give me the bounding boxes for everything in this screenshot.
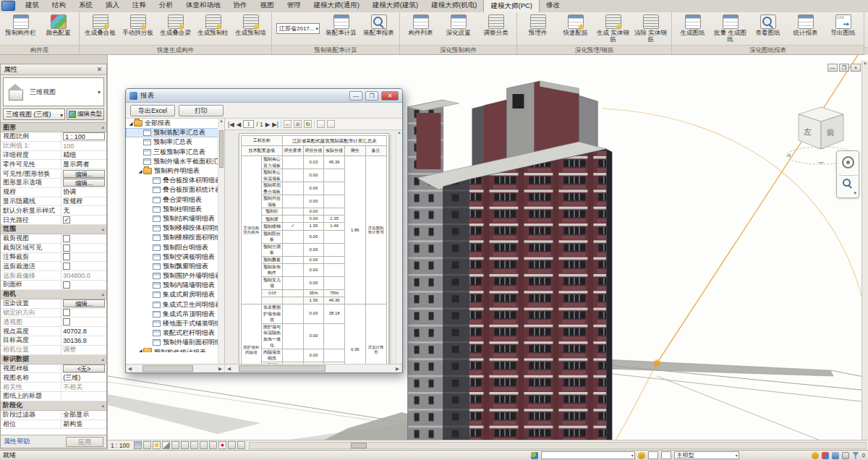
ribbon-tab[interactable]: 管理 — [281, 0, 307, 12]
minimize-icon[interactable]: — — [349, 91, 362, 101]
ribbon-button[interactable]: 批量 生成图纸 — [712, 14, 749, 43]
ribbon-button[interactable]: 查看图纸 — [749, 14, 786, 36]
view-selector-dropdown[interactable]: 三维视图 (三维) — [3, 108, 65, 120]
expand-icon[interactable]: ◢ — [128, 121, 134, 127]
value-field[interactable]: 100 — [63, 142, 74, 150]
ribbon-tab[interactable]: 体量和场地 — [179, 0, 227, 12]
tree-item[interactable]: 预制柱明细表 — [126, 205, 224, 214]
shadows-icon[interactable] — [162, 441, 170, 449]
checkbox[interactable] — [63, 253, 70, 260]
tree-item[interactable]: 预制结构墙明细表 — [126, 214, 224, 223]
design-option-icon[interactable] — [648, 451, 658, 459]
filter-icon[interactable] — [852, 452, 859, 459]
visual-style-icon[interactable] — [134, 441, 142, 449]
property-section-header[interactable]: 相机▴ — [1, 290, 106, 299]
tree-item[interactable]: 预制率汇总表 — [126, 137, 224, 147]
tree-item[interactable]: ◢预制构件统计报表 — [126, 348, 224, 352]
value-field[interactable]: 30136.8 — [63, 337, 87, 344]
ribbon-tab[interactable]: 协作 — [227, 0, 254, 12]
active-workset-dropdown[interactable] — [541, 451, 635, 459]
value-field[interactable]: 显示两者 — [63, 160, 89, 169]
ribbon-tab[interactable]: 注释 — [126, 0, 153, 12]
ribbon-tab[interactable]: 修改 — [540, 0, 566, 12]
ribbon-button[interactable]: 构件列表 — [402, 14, 439, 36]
chevron-down-icon[interactable]: ▾ — [854, 190, 856, 196]
value-field[interactable]: 无 — [63, 206, 69, 215]
prev-page-button[interactable]: ◀ — [237, 121, 242, 128]
ribbon-button[interactable]: 调整分类 — [477, 14, 514, 36]
value-field[interactable]: 调整 — [63, 346, 76, 354]
tree-item[interactable]: 集成式吊顶明细表 — [126, 310, 224, 319]
building-model[interactable] — [408, 81, 613, 447]
tree-item[interactable]: 预制外墙剖面积明细表 — [126, 338, 224, 347]
property-section-header[interactable]: 标识数据▴ — [1, 355, 106, 365]
constraints-icon[interactable] — [237, 441, 245, 449]
tree-item[interactable]: 楼地面干式铺装明细表 — [126, 319, 224, 328]
tree-item[interactable]: 集成式卫生间明细表 — [126, 300, 224, 310]
export-excel-button[interactable]: 导出Excel — [130, 105, 175, 116]
tree-horizontal-scrollbar[interactable]: ◀▶ — [126, 365, 225, 372]
checkbox[interactable] — [63, 318, 70, 325]
minimize-view-icon[interactable]: — — [827, 64, 838, 72]
type-selector[interactable]: 三维视图 ▾ — [3, 77, 104, 106]
apply-button[interactable]: 应用 — [66, 437, 103, 447]
value-field[interactable]: 不相关 — [63, 383, 82, 391]
ribbon-button[interactable]: 清除 实体钢筋 — [632, 14, 669, 43]
workset-icon[interactable] — [531, 452, 538, 459]
ribbon-button[interactable]: 预埋件 — [519, 14, 556, 36]
print-button[interactable]: 打印 — [179, 105, 224, 116]
property-section-header[interactable]: 图形▴ — [1, 123, 106, 132]
checkbox[interactable] — [63, 263, 70, 270]
close-view-icon[interactable]: × — [851, 64, 861, 72]
value-field[interactable]: 304800.0 — [63, 272, 90, 279]
ribbon-button[interactable]: 导出图纸 — [825, 14, 861, 36]
ribbon-button[interactable]: 统计报表 — [787, 14, 824, 36]
tree-item[interactable]: 叠合板按体积明细表 — [126, 176, 224, 185]
page-layout-icon[interactable] — [317, 120, 325, 128]
checkbox[interactable] — [63, 244, 70, 252]
value-field[interactable]: 新构造 — [63, 420, 82, 429]
ribbon-button[interactable]: 生成 实体钢筋 — [595, 14, 631, 43]
property-section-header[interactable]: 阶段化▴ — [1, 401, 106, 411]
viewer-horizontal-scrollbar[interactable]: ◀▶ — [225, 365, 402, 372]
canvas-vertical-scrollbar[interactable]: ▲ — [861, 61, 868, 440]
detail-level-icon[interactable] — [143, 441, 151, 449]
value-field[interactable]: (三维) — [63, 373, 80, 382]
value-field[interactable]: 精细 — [63, 151, 76, 160]
checkbox[interactable] — [63, 235, 70, 242]
tree-vertical-scrollbar[interactable]: ▲ — [218, 119, 224, 364]
last-page-button[interactable]: ▶| — [272, 121, 278, 128]
design-options-dropdown[interactable]: 主模型 — [674, 451, 739, 459]
ribbon-tab[interactable]: 插入 — [99, 0, 126, 12]
dialog-title-bar[interactable]: 报表 — ❐ ✕ — [126, 89, 402, 103]
editable-only-icon[interactable] — [812, 452, 819, 459]
temp-hide-icon[interactable] — [209, 441, 217, 449]
value-field[interactable]: 按规程 — [63, 197, 82, 206]
tree-item[interactable]: 预制楼梯按体积明细表 — [126, 223, 224, 233]
tree-item[interactable]: ◢全部报表 — [126, 119, 224, 128]
tree-item[interactable]: 预制围护外墙明细表 — [126, 271, 224, 281]
ribbon-tab[interactable]: 结构 — [46, 0, 72, 12]
value-field[interactable]: 协调 — [63, 188, 76, 197]
viewer-vertical-scrollbar[interactable]: ▲ — [396, 130, 402, 364]
tree-item[interactable]: 叠合梁明细表 — [126, 195, 224, 205]
canvas-horizontal-scrollbar[interactable] — [249, 442, 867, 449]
back-icon[interactable]: ← — [284, 120, 292, 128]
ribbon-tab[interactable]: 分析 — [153, 0, 179, 12]
tree-item[interactable]: 预制楼梯按面积明细表 — [126, 233, 224, 242]
viewcube-left-label[interactable]: 左 — [804, 127, 812, 136]
exclude-options-icon[interactable] — [661, 451, 671, 459]
first-page-button[interactable]: |◀ — [228, 121, 234, 128]
ribbon-button[interactable]: 生成预制墙 — [232, 14, 269, 36]
ribbon-button[interactable]: 深化设置 — [440, 14, 477, 36]
ribbon-button[interactable]: 快速配筋 — [557, 14, 594, 36]
close-icon[interactable]: ✕ — [381, 91, 399, 101]
edit-button[interactable]: <无> — [63, 365, 105, 372]
ribbon-tab[interactable]: 建模大师(建筑) — [366, 0, 425, 12]
scrollbar-thumb[interactable] — [351, 443, 367, 448]
refresh-icon[interactable]: ↻ — [304, 120, 312, 128]
expand-icon[interactable]: ◢ — [137, 169, 143, 174]
drag-select-icon[interactable] — [842, 452, 849, 459]
ribbon-tab[interactable]: 建模大师(机电) — [425, 0, 483, 12]
checkbox[interactable] — [63, 281, 70, 289]
